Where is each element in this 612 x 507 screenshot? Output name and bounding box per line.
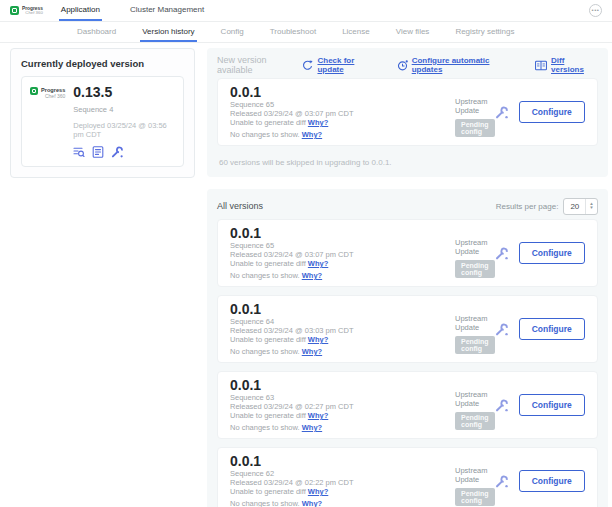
version-row: 0.0.1 Sequence 64 Released 03/29/24 @ 03… (217, 295, 598, 363)
version-source-label: Upstream Update (455, 314, 495, 332)
version-row: 0.0.1 Sequence 62 Released 03/29/24 @ 02… (217, 447, 598, 507)
check-for-update-link[interactable]: Check for update (302, 56, 380, 74)
changes-why-link[interactable]: Why? (302, 271, 322, 280)
brand-line2: Chef 360 (22, 11, 43, 16)
ellipsis-menu-icon[interactable]: ••• (589, 4, 602, 17)
schedule-icon (397, 60, 408, 71)
edit-config-icon[interactable] (111, 146, 123, 158)
edit-config-icon[interactable] (495, 247, 508, 260)
tab-license[interactable]: License (340, 22, 372, 42)
status-badge: Pending config (455, 336, 495, 354)
version-source-label: Upstream Update (455, 390, 495, 408)
changes-text: No changes to show. (230, 130, 300, 139)
version-row: 0.0.1 Sequence 65 Released 03/29/24 @ 03… (217, 78, 598, 146)
new-version-title: New version available (217, 55, 302, 75)
diff-status-text: Unable to generate diff (230, 259, 306, 268)
sequence-label: Sequence 62 (230, 469, 455, 478)
tab-version-history[interactable]: Version history (140, 22, 196, 42)
deployed-action-icons (73, 146, 175, 158)
released-label: Released 03/29/24 @ 03:03 pm CDT (230, 326, 455, 335)
deployed-version-label: 0.13.5 (73, 85, 175, 100)
tab-config[interactable]: Config (219, 22, 246, 42)
configure-automatic-updates-link[interactable]: Configure automatic updates (397, 56, 519, 74)
select-stepper-icon: ▲▼ (585, 199, 596, 214)
edit-config-icon[interactable] (495, 323, 508, 336)
diff-status-text: Unable to generate diff (230, 411, 306, 420)
results-per-page-label: Results per page: (496, 202, 559, 211)
primary-tab-cluster-management[interactable]: Cluster Management (128, 0, 206, 21)
status-badge: Pending config (455, 260, 495, 278)
version-label: 0.0.1 (230, 454, 455, 469)
diff-status-text: Unable to generate diff (230, 118, 306, 127)
version-row: 0.0.1 Sequence 63 Released 03/29/24 @ 02… (217, 371, 598, 439)
deployed-sequence-label: Sequence 4 (73, 105, 175, 114)
content: Currently deployed version Progress Chef… (0, 43, 612, 507)
version-label: 0.0.1 (230, 226, 455, 241)
diff-columns-icon (535, 60, 547, 71)
diff-status-text: Unable to generate diff (230, 487, 306, 496)
changes-why-link[interactable]: Why? (302, 347, 322, 356)
diff-versions-link[interactable]: Diff versions (535, 56, 598, 74)
sequence-label: Sequence 65 (230, 100, 455, 109)
diff-why-link[interactable]: Why? (308, 118, 328, 127)
version-label: 0.0.1 (230, 85, 455, 100)
released-label: Released 03/29/24 @ 02:22 pm CDT (230, 478, 455, 487)
sequence-label: Sequence 64 (230, 317, 455, 326)
refresh-icon (302, 60, 313, 71)
all-versions-title: All versions (217, 201, 263, 211)
changes-text: No changes to show. (230, 347, 300, 356)
tab-dashboard[interactable]: Dashboard (75, 22, 118, 42)
version-source-label: Upstream Update (455, 238, 495, 256)
secondary-nav: DashboardVersion historyConfigTroublesho… (0, 22, 612, 43)
configure-button[interactable]: Configure (519, 242, 585, 264)
configure-button[interactable]: Configure (519, 394, 585, 416)
tab-registry-settings[interactable]: Registry settings (453, 22, 516, 42)
new-version-card-host: 0.0.1 Sequence 65 Released 03/29/24 @ 03… (217, 78, 598, 146)
changes-why-link[interactable]: Why? (302, 499, 322, 507)
brand-line2: Chef 360 (41, 94, 65, 100)
version-row: 0.0.1 Sequence 65 Released 03/29/24 @ 03… (217, 219, 598, 287)
deployed-panel-title: Currently deployed version (21, 58, 184, 69)
configure-button[interactable]: Configure (519, 470, 585, 492)
sequence-label: Sequence 63 (230, 393, 455, 402)
configure-button[interactable]: Configure (519, 101, 585, 123)
all-versions-panel: All versions Results per page: 20 ▲▼ 0.0… (207, 189, 608, 507)
primary-tabs: ApplicationCluster Management (59, 0, 232, 21)
status-badge: Pending config (455, 412, 495, 430)
released-label: Released 03/29/24 @ 03:07 pm CDT (230, 109, 455, 118)
diff-why-link[interactable]: Why? (308, 259, 328, 268)
edit-config-icon[interactable] (495, 475, 508, 488)
view-files-icon[interactable] (92, 146, 104, 158)
released-label: Released 03/29/24 @ 02:27 pm CDT (230, 402, 455, 411)
version-history-main: New version available Check for update (207, 48, 608, 507)
edit-config-icon[interactable] (495, 399, 508, 412)
version-label: 0.0.1 (230, 378, 455, 393)
diff-status-text: Unable to generate diff (230, 335, 306, 344)
changes-text: No changes to show. (230, 423, 300, 432)
changes-why-link[interactable]: Why? (302, 130, 322, 139)
deployed-version-card: Progress Chef 360 0.13.5 Sequence 4 Depl… (21, 76, 184, 167)
all-versions-list: 0.0.1 Sequence 65 Released 03/29/24 @ 03… (217, 219, 598, 507)
changes-why-link[interactable]: Why? (302, 423, 322, 432)
results-per-page-select[interactable]: 20 ▲▼ (563, 198, 597, 215)
top-nav: Progress Chef 360 ApplicationCluster Man… (0, 0, 612, 22)
changes-text: No changes to show. (230, 499, 300, 507)
new-version-panel: New version available Check for update (207, 48, 608, 177)
version-source-label: Upstream Update (455, 97, 495, 115)
diff-why-link[interactable]: Why? (308, 335, 328, 344)
status-badge: Pending config (455, 488, 495, 506)
currently-deployed-panel: Currently deployed version Progress Chef… (10, 48, 195, 178)
tab-view-files[interactable]: View files (394, 22, 432, 42)
app-logo-text: Progress Chef 360 (22, 6, 43, 16)
configure-button[interactable]: Configure (519, 318, 585, 340)
diff-why-link[interactable]: Why? (308, 411, 328, 420)
diff-why-link[interactable]: Why? (308, 487, 328, 496)
skip-versions-note: 60 versions will be skipped in upgrading… (217, 154, 598, 167)
deployed-app-logo: Progress Chef 360 (30, 87, 65, 158)
tab-troubleshoot[interactable]: Troubleshoot (268, 22, 318, 42)
edit-config-icon[interactable] (495, 106, 508, 119)
primary-tab-application[interactable]: Application (59, 0, 102, 21)
version-source-label: Upstream Update (455, 466, 495, 484)
diff-summary-icon[interactable] (73, 146, 85, 158)
version-label: 0.0.1 (230, 302, 455, 317)
